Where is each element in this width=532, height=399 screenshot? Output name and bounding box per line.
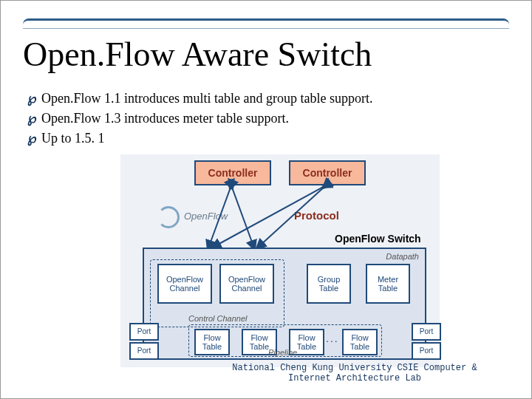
bullet-icon: ℘ bbox=[27, 91, 37, 106]
port-box: Port bbox=[129, 342, 159, 360]
slide-title: Open.Flow Aware Switch bbox=[23, 35, 372, 74]
openflow-diagram: Controller Controller OpenFlow Protocol … bbox=[120, 154, 440, 367]
bullet-icon: ℘ bbox=[27, 111, 37, 126]
datapath-label: Datapath bbox=[386, 252, 419, 261]
bullet-item: ℘Up to 1.5. 1 bbox=[27, 129, 372, 148]
svg-line-2 bbox=[215, 185, 326, 246]
switch-label: OpenFlow Switch bbox=[335, 233, 421, 245]
svg-line-1 bbox=[231, 185, 253, 246]
port-box: Port bbox=[412, 342, 441, 360]
control-channel-label: Control Channel bbox=[188, 314, 248, 323]
decorative-top-line bbox=[23, 18, 509, 29]
port-box: Port bbox=[412, 323, 441, 341]
ellipsis-icon: ··· bbox=[326, 335, 339, 347]
switch-container: Datapath OpenFlow Channel OpenFlow Chann… bbox=[143, 248, 426, 360]
footer-line-1: National Cheng Kung University CSIE Comp… bbox=[232, 363, 477, 373]
meter-table-box: Meter Table bbox=[366, 264, 410, 304]
bullet-item: ℘Open.Flow 1.3 introduces meter table su… bbox=[27, 109, 372, 128]
port-box: Port bbox=[129, 323, 159, 341]
bullet-text: Up to 1.5. 1 bbox=[41, 131, 105, 146]
openflow-channel-box: OpenFlow Channel bbox=[219, 264, 274, 304]
openflow-channel-box: OpenFlow Channel bbox=[157, 264, 212, 304]
bullet-text: Open.Flow 1.1 introduces multi table and… bbox=[41, 91, 372, 106]
pipeline-label: Pipeline bbox=[268, 348, 297, 357]
footer-line-2: Internet Architecture Lab bbox=[288, 373, 421, 383]
footer: National Cheng Kung University CSIE Comp… bbox=[222, 363, 487, 383]
flow-table-box: Flow Table bbox=[194, 329, 230, 355]
bullet-item: ℘Open.Flow 1.1 introduces multi table an… bbox=[27, 89, 372, 108]
slide: Open.Flow Aware Switch ℘Open.Flow 1.1 in… bbox=[0, 0, 532, 399]
group-table-box: Group Table bbox=[307, 264, 351, 304]
flow-table-box: Flow Table bbox=[342, 329, 378, 355]
bullet-list: ℘Open.Flow 1.1 introduces multi table an… bbox=[27, 88, 372, 149]
svg-line-0 bbox=[209, 185, 231, 246]
bullet-icon: ℘ bbox=[27, 131, 37, 146]
bullet-text: Open.Flow 1.3 introduces meter table sup… bbox=[41, 111, 289, 126]
